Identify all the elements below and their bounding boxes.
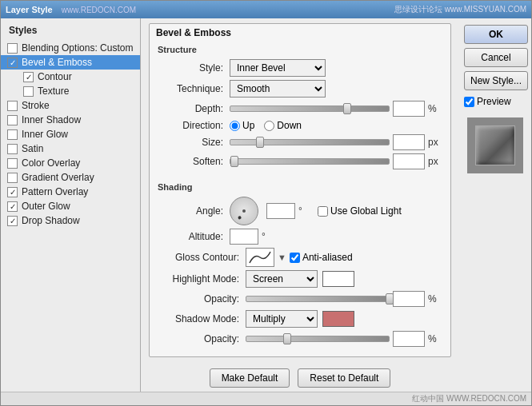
angle-dial[interactable] [230, 197, 258, 225]
highlight-opacity-slider-container: 100 % [246, 291, 442, 307]
sidebar-item-innerglow[interactable]: Inner Glow [1, 127, 140, 141]
contour-arrow[interactable]: ▼ [278, 253, 286, 262]
window-body: Styles Blending Options: Custom Bevel & … [1, 18, 531, 392]
soften-slider[interactable] [230, 158, 390, 165]
checkbox-satin[interactable] [7, 144, 18, 154]
direction-down-radio[interactable] [264, 121, 274, 131]
sidebar-label-blending: Blending Options: Custom [22, 42, 133, 54]
sidebar-item-gradientoverlay[interactable]: Gradient Overlay [1, 170, 140, 185]
highlight-color-swatch[interactable] [322, 271, 354, 287]
sidebar-label-patternoverlay: Pattern Overlay [22, 186, 88, 197]
use-global-light-label: Use Global Light [330, 205, 402, 217]
new-style-button[interactable]: New Style... [464, 71, 528, 90]
sidebar-item-bevel[interactable]: Bevel & Emboss [1, 55, 140, 70]
direction-up-radio[interactable] [230, 121, 240, 131]
highlight-opacity-label: Opacity: [158, 293, 246, 304]
soften-input[interactable]: 0 [393, 153, 425, 169]
sidebar-item-coloroverlay[interactable]: Color Overlay [1, 156, 140, 170]
direction-options: Up Down [230, 120, 311, 131]
contour-preview[interactable] [246, 248, 274, 267]
sidebar-item-texture[interactable]: Texture [1, 84, 140, 98]
ok-button[interactable]: OK [464, 25, 528, 44]
angle-input[interactable]: 117 [266, 203, 295, 219]
sidebar-item-stroke[interactable]: Stroke [1, 98, 140, 113]
technique-select[interactable]: Smooth Chisel Hard Chisel Soft [230, 80, 326, 98]
altitude-input[interactable]: 69 [230, 229, 258, 245]
sidebar-label-innershadow: Inner Shadow [22, 114, 81, 125]
depth-input[interactable]: 358 [393, 101, 425, 117]
shadow-opacity-label: Opacity: [158, 333, 246, 344]
layer-style-dialog: Layer Style www.REDOCN.COM 思绿设计论坛 www.MI… [0, 0, 532, 406]
style-select[interactable]: Inner Bevel Outer Bevel Emboss Pillow Em… [230, 59, 326, 77]
shadow-opacity-input[interactable]: 28 [393, 331, 425, 347]
checkbox-outerglow[interactable] [7, 201, 18, 212]
checkbox-gradientoverlay[interactable] [7, 173, 18, 183]
shadow-color-swatch[interactable] [322, 311, 354, 327]
sidebar-label-dropshadow: Drop Shadow [22, 215, 80, 226]
preview-checkbox-label[interactable]: Preview [464, 94, 526, 109]
altitude-label: Altitude: [158, 231, 230, 242]
sidebar-item-innershadow[interactable]: Inner Shadow [1, 113, 140, 127]
sidebar-label-gradientoverlay: Gradient Overlay [22, 172, 94, 183]
highlight-opacity-thumb[interactable] [386, 293, 394, 304]
size-label: Size: [158, 137, 230, 148]
sidebar-item-satin[interactable]: Satin [1, 141, 140, 156]
make-default-button[interactable]: Make Default [210, 368, 290, 388]
preview-box [467, 117, 523, 173]
checkbox-contour[interactable] [23, 72, 34, 82]
preview-label: Preview [477, 96, 511, 107]
title-bar-text: Layer Style www.REDOCN.COM [6, 5, 136, 14]
sidebar-label-coloroverlay: Color Overlay [22, 157, 80, 169]
checkbox-coloroverlay[interactable] [7, 158, 18, 169]
reset-to-default-button[interactable]: Reset to Default [298, 368, 390, 388]
use-global-light-checkbox[interactable] [318, 206, 328, 217]
checkbox-dropshadow[interactable] [7, 216, 18, 226]
checkbox-stroke[interactable] [7, 101, 18, 111]
anti-aliased-label[interactable]: Anti-aliased [290, 252, 353, 263]
anti-aliased-checkbox[interactable] [290, 253, 300, 263]
preview-checkbox[interactable] [464, 97, 474, 107]
bevel-emboss-section: Bevel & Emboss Structure Style: Inner Be… [149, 23, 451, 357]
checkbox-innershadow[interactable] [7, 115, 18, 125]
soften-slider-container: 0 px [230, 153, 442, 169]
size-slider[interactable] [230, 139, 390, 145]
checkbox-patternoverlay[interactable] [7, 187, 18, 197]
shadow-select[interactable]: Multiply Normal Screen [246, 310, 318, 328]
highlight-row: Highlight Mode: Screen Normal Multiply [158, 270, 442, 288]
sidebar-item-patternoverlay[interactable]: Pattern Overlay [1, 185, 140, 199]
sidebar-label-bevel: Bevel & Emboss [22, 57, 92, 68]
checkbox-blending[interactable] [7, 43, 18, 54]
size-thumb[interactable] [256, 137, 264, 148]
highlight-select[interactable]: Screen Normal Multiply [246, 270, 318, 288]
checkbox-bevel[interactable] [7, 58, 18, 68]
direction-down-label[interactable]: Down [264, 120, 302, 131]
soften-label: Soften: [158, 156, 230, 167]
angle-label: Angle: [158, 205, 230, 217]
sidebar-item-outerglow[interactable]: Outer Glow [1, 199, 140, 213]
title-text: Layer Style [6, 5, 53, 14]
depth-thumb[interactable] [343, 103, 351, 114]
depth-slider[interactable] [230, 105, 390, 112]
direction-label: Direction: [158, 120, 230, 131]
sidebar-item-contour[interactable]: Contour [1, 70, 140, 84]
anti-aliased-text: Anti-aliased [302, 252, 353, 263]
highlight-opacity-input[interactable]: 100 [393, 291, 425, 307]
structure-header: Structure [150, 42, 450, 56]
size-input[interactable]: 8 [393, 134, 425, 150]
soften-thumb[interactable] [230, 156, 238, 167]
shadow-opacity-thumb[interactable] [283, 333, 291, 344]
sidebar-item-blending[interactable]: Blending Options: Custom [1, 41, 140, 55]
checkbox-innerglow[interactable] [7, 129, 18, 140]
shadow-opacity-slider[interactable] [246, 336, 390, 342]
shadow-label: Shadow Mode: [158, 313, 246, 324]
sidebar-label-texture: Texture [38, 86, 69, 97]
checkbox-texture[interactable] [23, 86, 34, 97]
highlight-opacity-slider[interactable] [246, 296, 390, 302]
sidebar-label-contour: Contour [38, 71, 72, 82]
style-row: Style: Inner Bevel Outer Bevel Emboss Pi… [158, 59, 442, 77]
direction-up-label[interactable]: Up [230, 120, 254, 131]
sidebar-item-dropshadow[interactable]: Drop Shadow [1, 213, 140, 228]
technique-row: Technique: Smooth Chisel Hard Chisel Sof… [158, 80, 442, 98]
structure-inner: Style: Inner Bevel Outer Bevel Emboss Pi… [150, 56, 450, 179]
cancel-button[interactable]: Cancel [464, 48, 528, 67]
